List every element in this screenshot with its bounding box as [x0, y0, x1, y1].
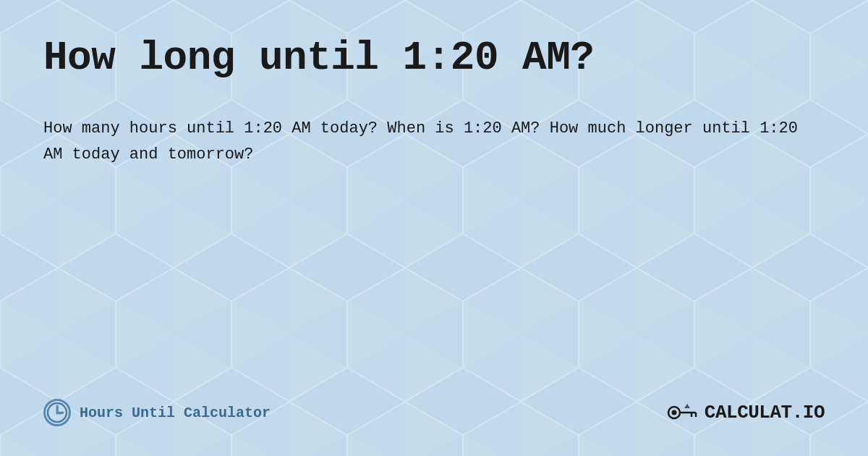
- page-description: How many hours until 1:20 AM today? When…: [43, 116, 810, 169]
- calculat-logo: CALCULAT.IO: [665, 398, 825, 427]
- page-title: How long until 1:20 AM?: [43, 35, 825, 81]
- calculat-icon: [665, 398, 700, 427]
- calculat-text: CALCULAT.IO: [705, 402, 825, 423]
- clock-icon: [43, 399, 71, 426]
- brand-label: Hours Until Calculator: [80, 405, 271, 421]
- brand-section: Hours Until Calculator: [43, 399, 271, 426]
- footer: Hours Until Calculator CALCULAT.IO: [43, 384, 825, 427]
- svg-point-9: [48, 403, 67, 422]
- svg-point-13: [671, 410, 676, 415]
